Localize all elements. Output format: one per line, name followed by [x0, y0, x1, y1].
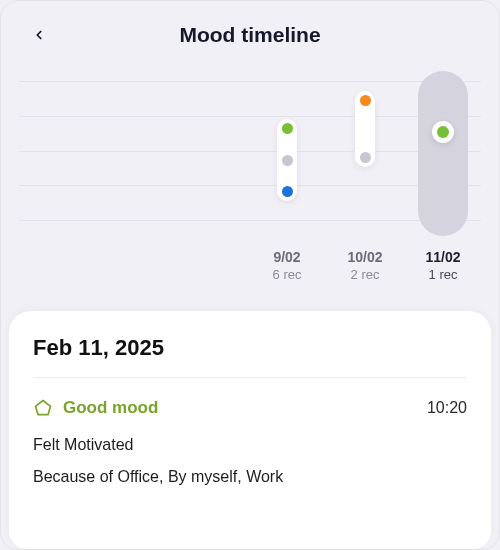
entry-time: 10:20 — [427, 399, 467, 417]
column-label: 11/02 1 rec — [413, 249, 473, 282]
column-date: 9/02 — [257, 249, 317, 265]
header: Mood timeline — [1, 1, 499, 61]
mood-entry-row[interactable]: Good mood 10:20 — [33, 398, 467, 418]
page-title: Mood timeline — [55, 23, 445, 47]
column-label: 10/02 2 rec — [335, 249, 395, 282]
mood-pill — [277, 119, 297, 201]
chart-columns: 9/02 6 rec 10/02 2 rec 11/02 1 rec — [261, 71, 469, 291]
mood-label: Good mood — [63, 398, 158, 418]
column-date: 10/02 — [335, 249, 395, 265]
mood-pill — [355, 91, 375, 167]
mood-dot-grey — [282, 155, 293, 166]
chevron-left-icon — [32, 28, 46, 42]
chart-column[interactable]: 9/02 6 rec — [261, 71, 313, 291]
mood-dot-grey — [360, 152, 371, 163]
mood-dot-orange — [360, 95, 371, 106]
column-rec: 2 rec — [335, 267, 395, 282]
selection-highlight — [418, 71, 468, 236]
mood-dot-blue — [282, 186, 293, 197]
column-date: 11/02 — [413, 249, 473, 265]
chart-column[interactable]: 10/02 2 rec — [339, 71, 391, 291]
detail-date: Feb 11, 2025 — [33, 335, 467, 378]
mood-chart: 9/02 6 rec 10/02 2 rec 11/02 1 rec — [1, 61, 499, 291]
mood-ring — [432, 121, 454, 143]
mood-dot-green — [282, 123, 293, 134]
column-label: 9/02 6 rec — [257, 249, 317, 282]
back-button[interactable] — [23, 19, 55, 51]
column-rec: 6 rec — [257, 267, 317, 282]
detail-card: Feb 11, 2025 Good mood 10:20 Felt Motiva… — [9, 311, 491, 549]
because-text: Because of Office, By myself, Work — [33, 468, 467, 486]
svg-marker-0 — [36, 401, 51, 415]
chart-column-selected[interactable]: 11/02 1 rec — [417, 71, 469, 291]
pentagon-icon — [33, 398, 53, 418]
column-rec: 1 rec — [413, 267, 473, 282]
mood-dot-green — [437, 126, 449, 138]
felt-text: Felt Motivated — [33, 436, 467, 454]
